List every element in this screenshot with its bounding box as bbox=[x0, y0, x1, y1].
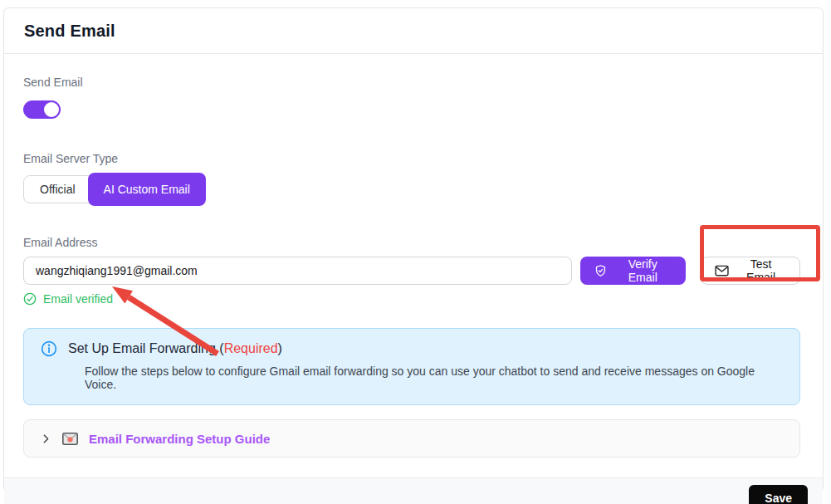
send-email-card: Send Email Send Email Email Server Type … bbox=[3, 7, 824, 492]
email-server-type-segmented: Official AI Custom Email bbox=[23, 173, 800, 206]
card-footer: Save bbox=[4, 477, 823, 504]
info-box-title: Set Up Email Forwarding (Required) bbox=[68, 341, 282, 356]
shield-check-icon bbox=[594, 264, 607, 277]
card-body: Send Email Email Server Type Official AI… bbox=[4, 54, 823, 477]
email-address-row: Verify Email Test Email bbox=[23, 257, 800, 285]
test-email-label: Test Email bbox=[736, 257, 786, 284]
email-address-label: Email Address bbox=[23, 236, 800, 249]
email-address-input[interactable] bbox=[23, 257, 572, 285]
send-email-toggle-label: Send Email bbox=[23, 76, 800, 89]
card-header: Send Email bbox=[4, 8, 823, 54]
test-email-button[interactable]: Test Email bbox=[701, 257, 800, 285]
email-forwarding-setup-guide-toggle[interactable]: Email Forwarding Setup Guide bbox=[23, 419, 800, 458]
required-badge: Required bbox=[224, 341, 278, 355]
save-button[interactable]: Save bbox=[749, 485, 808, 504]
email-emoji-icon bbox=[62, 433, 78, 445]
email-forwarding-info-box: Set Up Email Forwarding (Required) Follo… bbox=[23, 328, 800, 405]
check-circle-icon bbox=[23, 292, 37, 306]
setup-guide-label: Email Forwarding Setup Guide bbox=[89, 432, 270, 446]
verify-email-label: Verify Email bbox=[613, 257, 672, 284]
email-verified-status: Email verified bbox=[23, 292, 800, 306]
page-title: Send Email bbox=[24, 22, 803, 41]
server-type-option-ai-custom-email[interactable]: AI Custom Email bbox=[88, 173, 206, 206]
server-type-option-official[interactable]: Official bbox=[23, 175, 92, 203]
email-verified-text: Email verified bbox=[43, 292, 113, 306]
info-icon bbox=[41, 340, 57, 357]
info-box-body: Follow the steps below to configure Gmai… bbox=[85, 365, 783, 391]
toggle-knob bbox=[44, 102, 59, 117]
send-email-toggle[interactable] bbox=[23, 100, 61, 119]
email-server-type-label: Email Server Type bbox=[23, 152, 800, 165]
verify-email-button[interactable]: Verify Email bbox=[580, 257, 686, 285]
envelope-icon bbox=[715, 265, 729, 276]
info-box-heading: Set Up Email Forwarding (Required) bbox=[41, 340, 783, 357]
chevron-right-icon bbox=[41, 433, 51, 444]
